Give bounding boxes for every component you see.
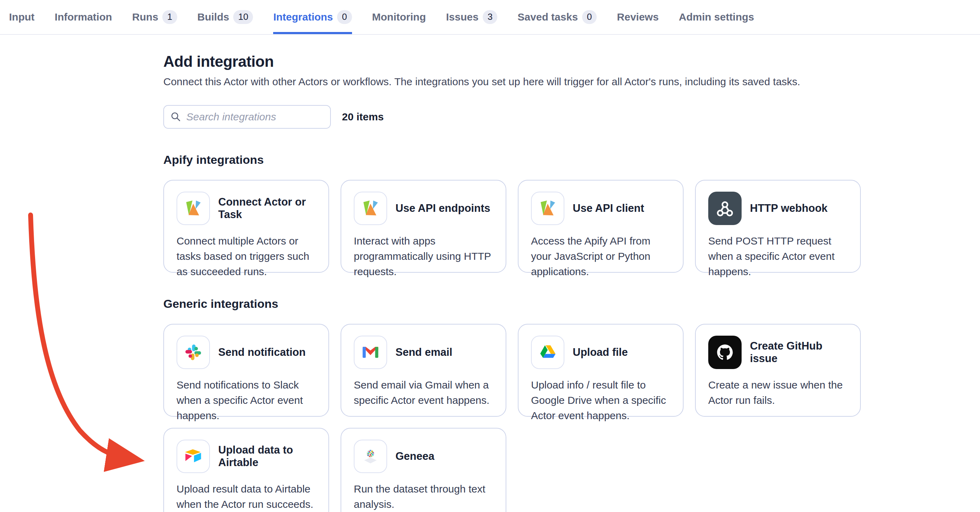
tab-label: Monitoring [372, 11, 426, 23]
card-description: Run the dataset through text analysis. [354, 482, 493, 512]
card-grid: Connect Actor or Task Connect multiple A… [163, 180, 869, 273]
tab-runs[interactable]: Runs1 [132, 0, 177, 34]
tab-label: Runs [132, 11, 158, 23]
card-head: Geneea [354, 440, 493, 473]
card-title: Upload file [573, 346, 628, 359]
tab-builds[interactable]: Builds10 [197, 0, 253, 34]
card-head: Upload file [531, 336, 670, 369]
card-title: Use API client [573, 202, 644, 215]
card-head: Upload data to Airtable [177, 440, 316, 473]
integration-card-create-github-issue[interactable]: Create GitHub issue Create a new issue w… [695, 324, 861, 417]
apify-icon [177, 191, 210, 225]
tab-reviews[interactable]: Reviews [617, 0, 659, 34]
tab-monitoring[interactable]: Monitoring [372, 0, 426, 34]
card-title: Use API endpoints [396, 202, 490, 215]
card-title: Connect Actor or Task [218, 196, 316, 221]
search-row: 20 items [163, 105, 869, 129]
integrations-page: Add integration Connect this Actor with … [163, 53, 869, 512]
items-count: 20 items [342, 111, 383, 123]
tab-label: Input [9, 11, 34, 23]
card-description: Upload result data to Airtable when the … [177, 482, 316, 512]
integration-card-geneea[interactable]: Geneea Run the dataset through text anal… [340, 428, 506, 512]
card-description: Access the Apify API from your JavaScrip… [531, 233, 670, 279]
section-title: Apify integrations [163, 153, 869, 167]
card-description: Upload info / result file to Google Driv… [531, 377, 670, 423]
integration-card-upload-data-to-airtable[interactable]: Upload data to Airtable Upload result da… [163, 428, 329, 512]
page-title: Add integration [163, 53, 869, 70]
tab-count-badge: 10 [233, 10, 253, 24]
search-icon [170, 111, 181, 123]
card-description: Interact with apps programmatically usin… [354, 233, 493, 279]
apify-icon [354, 191, 387, 225]
card-title: Send email [396, 346, 452, 359]
integration-card-http-webhook[interactable]: HTTP webhook Send POST HTTP request when… [695, 180, 861, 273]
tab-label: Builds [197, 11, 229, 23]
card-head: Use API endpoints [354, 191, 493, 225]
card-head: Connect Actor or Task [177, 191, 316, 225]
integration-card-send-notification[interactable]: Send notification Send notifications to … [163, 324, 329, 417]
section-generic-integrations: Generic integrations Send notification S… [163, 297, 869, 512]
card-title: Upload data to Airtable [218, 444, 316, 469]
card-description: Create a new issue when the Actor run fa… [708, 377, 848, 408]
tab-admin-settings[interactable]: Admin settings [679, 0, 754, 34]
card-head: Send notification [177, 336, 316, 369]
card-head: Send email [354, 336, 493, 369]
card-title: Send notification [218, 346, 305, 359]
card-description: Connect multiple Actors or tasks based o… [177, 233, 316, 279]
card-title: Create GitHub issue [750, 340, 848, 365]
tab-label: Saved tasks [517, 11, 578, 23]
card-head: HTTP webhook [708, 191, 848, 225]
apify-icon [531, 191, 564, 225]
tab-count-badge: 3 [483, 10, 497, 24]
tab-saved-tasks[interactable]: Saved tasks0 [517, 0, 597, 34]
card-title: HTTP webhook [750, 202, 827, 215]
card-description: Send notifications to Slack when a speci… [177, 377, 316, 423]
card-head: Use API client [531, 191, 670, 225]
integration-card-use-api-endpoints[interactable]: Use API endpoints Interact with apps pro… [340, 180, 506, 273]
webhook-icon [708, 191, 741, 225]
section-title: Generic integrations [163, 297, 869, 311]
search-input[interactable] [186, 111, 324, 123]
search-box[interactable] [163, 105, 331, 129]
card-head: Create GitHub issue [708, 336, 848, 369]
slack-icon [177, 336, 210, 369]
tab-bar: InputInformationRuns1Builds10Integration… [0, 0, 980, 35]
tab-label: Integrations [273, 11, 333, 23]
tab-integrations[interactable]: Integrations0 [273, 0, 352, 34]
github-icon [708, 336, 741, 369]
page-description: Connect this Actor with other Actors or … [163, 76, 869, 88]
tab-count-badge: 0 [582, 10, 597, 24]
tab-label: Information [54, 11, 112, 23]
integration-card-upload-file[interactable]: Upload file Upload info / result file to… [518, 324, 684, 417]
integration-card-connect-actor-or-task[interactable]: Connect Actor or Task Connect multiple A… [163, 180, 329, 273]
tab-information[interactable]: Information [54, 0, 112, 34]
tab-count-badge: 1 [162, 10, 177, 24]
tab-issues[interactable]: Issues3 [446, 0, 497, 34]
geneea-icon [354, 440, 387, 473]
card-description: Send POST HTTP request when a specific A… [708, 233, 848, 279]
gdrive-icon [531, 336, 564, 369]
integration-sections: Apify integrations Connect Actor or Task… [163, 153, 869, 512]
airtable-icon [177, 440, 210, 473]
gmail-icon [354, 336, 387, 369]
tab-label: Admin settings [679, 11, 754, 23]
tab-input[interactable]: Input [9, 0, 34, 34]
tab-label: Issues [446, 11, 478, 23]
tab-count-badge: 0 [337, 10, 352, 24]
integration-card-use-api-client[interactable]: Use API client Access the Apify API from… [518, 180, 684, 273]
card-description: Send email via Gmail when a specific Act… [354, 377, 493, 408]
card-grid: Send notification Send notifications to … [163, 324, 869, 512]
tab-label: Reviews [617, 11, 659, 23]
card-title: Geneea [396, 450, 434, 463]
integration-card-send-email[interactable]: Send email Send email via Gmail when a s… [340, 324, 506, 417]
section-apify-integrations: Apify integrations Connect Actor or Task… [163, 153, 869, 273]
